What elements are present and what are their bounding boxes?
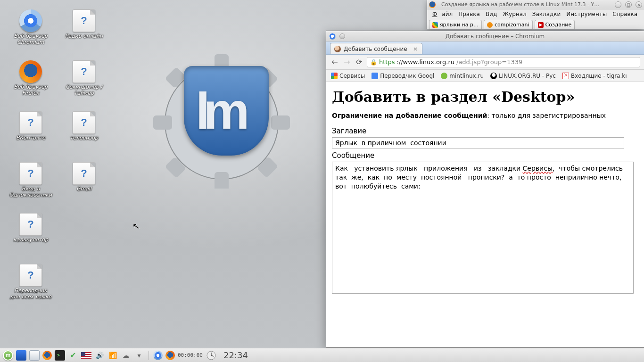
chromium-bookmark-bar: Сервисы Переводчик Googl mintlinux.ru LI…: [326, 70, 644, 82]
url-host: ://www.linux.org.ru: [396, 58, 454, 66]
firefox-tab[interactable]: ▶Создание: [535, 20, 575, 29]
unknown-file-icon: [73, 162, 95, 185]
show-desktop-button[interactable]: [16, 350, 26, 361]
url-scheme: https: [379, 58, 395, 66]
chromium-toolbar: ← → ⟳ 🔒 https://www.linux.org.ru/add.jsp…: [326, 55, 644, 70]
unknown-file-icon: [19, 162, 42, 185]
volume-icon[interactable]: 🔊: [94, 350, 105, 361]
unknown-file-icon: [19, 213, 42, 236]
firefox-taskbar-button[interactable]: [165, 351, 175, 360]
desktop-icon-radio[interactable]: Радио онлайн: [60, 9, 107, 39]
close-tab-icon[interactable]: ×: [413, 45, 418, 52]
desktop-icon-chromium[interactable]: Веб-браузер Chromium: [7, 9, 54, 45]
unknown-file-icon: [73, 60, 95, 83]
timer-applet[interactable]: 00:00:00: [178, 352, 203, 358]
gmail-icon: [562, 73, 569, 79]
mint-logo: lm: [141, 52, 297, 189]
desktop-icon-odnoklassniki[interactable]: Вход в Одноклассники: [7, 162, 54, 198]
restriction-text: Ограничение на добавление сообщений: тол…: [332, 112, 638, 119]
desktop-icon-calculator[interactable]: калькулятор: [7, 213, 54, 243]
terminal-launcher[interactable]: >_: [55, 350, 65, 361]
icon-label: Gmail: [60, 186, 107, 192]
desktop-icon-translator[interactable]: Переводчик для всех языко: [7, 264, 54, 300]
firefox-titlebar[interactable]: Создание ярлыка на рабочем столе в Linux…: [427, 0, 644, 9]
chromium-taskbar-button[interactable]: [153, 351, 163, 360]
desktop-icon-gmail[interactable]: Gmail: [60, 162, 107, 192]
tux-icon: [490, 73, 497, 79]
google-icon: [372, 73, 378, 79]
close-button[interactable]: ×: [636, 1, 642, 8]
title-input[interactable]: [332, 137, 624, 148]
maximize-button[interactable]: ◻: [625, 1, 632, 8]
unknown-file-icon: [73, 9, 95, 32]
bookmark-lor[interactable]: LINUX.ORG.RU - Рус: [490, 73, 556, 79]
network-icon[interactable]: 📶: [107, 350, 118, 361]
firefox-icon: [19, 60, 42, 83]
weather-icon[interactable]: ☁: [121, 350, 131, 361]
google-favicon-icon: [432, 22, 438, 28]
desktop-icon-vk[interactable]: ВКонтакте: [7, 111, 54, 141]
mint-icon: [441, 73, 447, 79]
back-button[interactable]: ←: [330, 58, 339, 66]
firefox-tabstrip[interactable]: ярлыки на р… compizomani ▶Создание: [427, 19, 644, 29]
page-heading: Добавить в раздел «Desktop»: [332, 89, 638, 105]
analog-clock-icon: [206, 350, 219, 361]
icon-label: Веб-браузер Chromium: [7, 33, 54, 45]
mouse-cursor-icon: ↖: [132, 221, 140, 231]
desktop-icon-firefox[interactable]: Веб-браузер Firefox: [7, 60, 54, 96]
menu-file[interactable]: Файл: [430, 10, 455, 18]
chromium-icon: [19, 9, 42, 32]
forward-button[interactable]: →: [342, 58, 352, 66]
firefox-tab[interactable]: ярлыки на р…: [429, 20, 482, 29]
desktop-icon-tv[interactable]: телевизор: [60, 111, 107, 141]
bookmark-google-translate[interactable]: Переводчик Googl: [372, 73, 434, 79]
firefox-tab[interactable]: compizomani: [484, 20, 533, 29]
firefox-menubar[interactable]: Файл Правка Вид Журнал Закладки Инструме…: [427, 9, 644, 19]
bookmark-apps[interactable]: Сервисы: [331, 73, 365, 79]
minimize-button[interactable]: –: [615, 1, 621, 8]
separator: [149, 351, 149, 360]
reload-button[interactable]: ⟳: [355, 58, 364, 66]
address-bar[interactable]: 🔒 https://www.linux.org.ru/add.jsp?group…: [367, 57, 640, 67]
menu-view[interactable]: Вид: [483, 10, 499, 18]
desktop-icon-stopwatch[interactable]: Секундомер / таймер: [60, 60, 107, 96]
bookmark-gmail[interactable]: Входящие - tigra.kı: [562, 73, 627, 79]
icon-label: ВКонтакте: [7, 135, 54, 141]
firefox-window[interactable]: Создание ярлыка на рабочем столе в Linux…: [427, 0, 644, 29]
keyboard-layout-indicator[interactable]: [81, 352, 91, 359]
mint-menu-button[interactable]: m: [3, 350, 13, 361]
unknown-file-icon: [19, 264, 42, 287]
unknown-file-icon: [73, 111, 95, 134]
clock[interactable]: 22:34: [223, 350, 248, 360]
file-manager-button[interactable]: [29, 350, 40, 361]
taskbar[interactable]: m >_ ✔ 🔊 📶 ☁ ▾ 00:00:00 22:34: [0, 348, 644, 362]
lock-icon: 🔒: [370, 59, 377, 66]
icon-label: калькулятор: [7, 237, 54, 243]
menu-journal[interactable]: Журнал: [500, 10, 529, 18]
shield-icon[interactable]: ✔: [68, 350, 78, 361]
icon-label: Веб-браузер Firefox: [7, 84, 54, 96]
apps-icon: [331, 73, 338, 79]
chromium-tabstrip[interactable]: Добавить сообщение ×: [326, 41, 644, 55]
tab-label: Добавить сообщение: [344, 46, 407, 52]
menu-tools[interactable]: Инструменты: [564, 10, 609, 18]
menu-edit[interactable]: Правка: [456, 10, 482, 18]
message-textarea[interactable]: Как установить ярлык приложения из закла…: [332, 162, 634, 294]
svg-rect-3: [153, 115, 172, 130]
desktop[interactable]: lm Веб-браузер Chromium Веб-браузер Fire…: [0, 0, 644, 362]
firefox-launcher[interactable]: [42, 351, 52, 360]
chromium-window[interactable]: Добавить сообщение – Chromium Добавить с…: [326, 31, 644, 348]
youtube-favicon-icon: ▶: [538, 22, 544, 28]
bookmark-mintlinux[interactable]: mintlinux.ru: [441, 73, 484, 79]
favicon-icon: [487, 22, 493, 28]
svg-rect-4: [271, 115, 290, 130]
favicon-icon: [334, 46, 341, 52]
chromium-icon: [329, 33, 336, 40]
chromium-tab[interactable]: Добавить сообщение ×: [330, 43, 422, 54]
chromium-titlebar[interactable]: Добавить сообщение – Chromium: [326, 31, 644, 41]
menu-bookmarks[interactable]: Закладки: [530, 10, 563, 18]
menu-help[interactable]: Справка: [610, 10, 640, 18]
message-label: Сообщение: [332, 151, 638, 160]
icon-label: Секундомер / таймер: [60, 84, 107, 96]
tray-expand-icon[interactable]: ▾: [134, 350, 144, 361]
